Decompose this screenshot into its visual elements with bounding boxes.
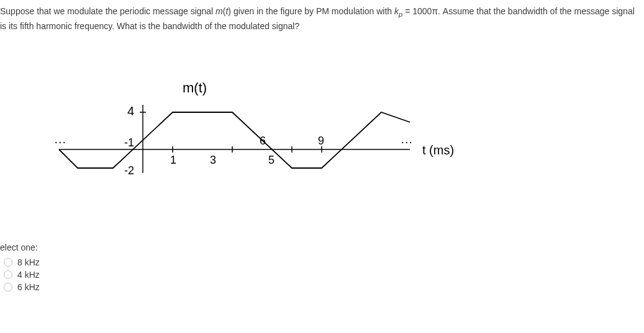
x-tick-6: 6 bbox=[260, 135, 266, 147]
option-4khz[interactable]: 4 kHz bbox=[4, 269, 644, 281]
radio-icon[interactable] bbox=[4, 258, 12, 267]
x-tick-9: 9 bbox=[318, 135, 324, 147]
options-block: elect one: 8 kHz 4 kHz 6 kHz bbox=[0, 211, 644, 293]
x-tick-5: 5 bbox=[268, 154, 274, 166]
x-tick-1: 1 bbox=[170, 154, 176, 166]
radio-icon[interactable] bbox=[4, 270, 12, 279]
y-tick-neg1: -1 bbox=[124, 136, 134, 149]
x-axis-unit: t (ms) bbox=[422, 143, 454, 157]
question-text: Suppose that we modulate the periodic me… bbox=[0, 5, 644, 38]
y-tick-neg2: -2 bbox=[124, 164, 134, 177]
signal-figure: m(t) 4 -1 -2 1 3 5 6 9 ... ... t (ms) bbox=[25, 56, 460, 199]
y-axis-label: m(t) bbox=[183, 80, 207, 95]
select-prompt: elect one: bbox=[0, 242, 644, 252]
option-6khz[interactable]: 6 kHz bbox=[4, 281, 644, 293]
figure-container: m(t) 4 -1 -2 1 3 5 6 9 ... ... t (ms) bbox=[0, 38, 644, 211]
ellipsis-left: ... bbox=[55, 133, 67, 146]
option-8khz[interactable]: 8 kHz bbox=[4, 256, 644, 269]
ellipsis-right: ... bbox=[401, 133, 414, 146]
option-label: 4 kHz bbox=[17, 270, 40, 280]
option-label: 6 kHz bbox=[17, 282, 40, 292]
radio-icon[interactable] bbox=[4, 283, 12, 291]
option-label: 8 kHz bbox=[17, 257, 40, 267]
x-tick-3: 3 bbox=[210, 154, 216, 166]
y-tick-4: 4 bbox=[127, 104, 134, 118]
